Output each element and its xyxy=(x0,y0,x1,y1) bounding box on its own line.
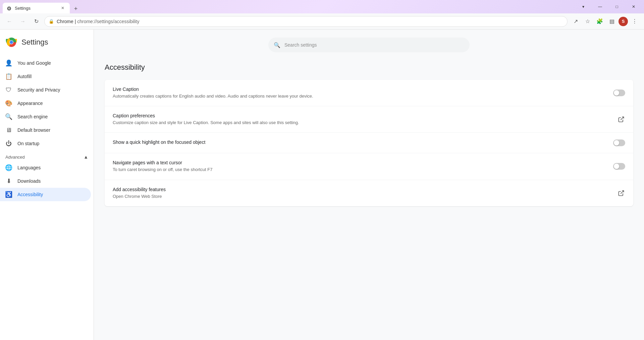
svg-line-9 xyxy=(621,117,624,120)
address-domain: Chrome xyxy=(57,19,73,24)
page-title: Accessibility xyxy=(105,63,633,72)
active-tab[interactable]: ⚙ Settings ✕ xyxy=(3,3,70,13)
tab-list-button[interactable]: ▾ xyxy=(576,1,591,12)
sidebar-label-downloads: Downloads xyxy=(17,178,41,184)
nav-bar: ← → ↻ 🔒 Chrome | chrome://settings/acces… xyxy=(0,13,644,30)
sidebar-label-you-and-google: You and Google xyxy=(17,60,51,66)
sidebar: Settings 👤 You and Google 📋 Autofill 🛡 S… xyxy=(0,30,94,340)
sidebar-item-autofill[interactable]: 📋 Autofill xyxy=(0,70,91,83)
quick-highlight-toggle[interactable] xyxy=(613,139,625,146)
bookmark-button[interactable]: ☆ xyxy=(582,16,593,27)
power-icon: ⏻ xyxy=(5,140,12,147)
article-icon: 📋 xyxy=(5,73,12,80)
window-controls: ▾ — □ ✕ xyxy=(576,1,641,12)
sidebar-item-appearance[interactable]: 🎨 Appearance xyxy=(0,97,91,110)
search-bar: 🔍 xyxy=(268,38,470,52)
palette-icon: 🎨 xyxy=(5,100,12,107)
tab-strip: ⚙ Settings ✕ + xyxy=(3,0,574,13)
person-icon: 👤 xyxy=(5,60,12,66)
advanced-toggle-button[interactable]: ▲ xyxy=(84,154,88,160)
forward-button[interactable]: → xyxy=(17,16,28,27)
quick-highlight-info: Show a quick highlight on the focused ob… xyxy=(113,139,605,146)
title-bar: ⚙ Settings ✕ + ▾ — □ ✕ xyxy=(0,0,644,13)
download-icon: ⬇ xyxy=(5,178,12,184)
caption-preferences-info: Caption preferences Customize caption si… xyxy=(113,113,605,126)
sidebar-item-default-browser[interactable]: 🖥 Default browser xyxy=(0,123,91,137)
accessibility-icon: ♿ xyxy=(5,191,12,198)
sidebar-item-languages[interactable]: 🌐 Languages xyxy=(0,161,91,174)
live-caption-info: Live Caption Automatically creates capti… xyxy=(113,87,605,99)
sidebar-button[interactable]: ▤ xyxy=(606,16,617,27)
search-input[interactable] xyxy=(284,42,464,48)
live-caption-title: Live Caption xyxy=(113,87,597,92)
add-accessibility-description: Open Chrome Web Store xyxy=(113,193,597,200)
add-accessibility-link-icon[interactable] xyxy=(617,189,625,197)
sidebar-navigation: 👤 You and Google 📋 Autofill 🛡 Security a… xyxy=(0,54,94,204)
add-accessibility-info: Add accessibility features Open Chrome W… xyxy=(113,187,605,200)
quick-highlight-control xyxy=(605,139,625,146)
sidebar-label-appearance: Appearance xyxy=(17,101,43,106)
sidebar-label-languages: Languages xyxy=(17,165,41,170)
settings-title: Settings xyxy=(21,38,48,47)
reload-button[interactable]: ↻ xyxy=(31,16,42,27)
sidebar-item-security-privacy[interactable]: 🛡 Security and Privacy xyxy=(0,83,91,97)
address-text: Chrome | chrome://settings/accessibility xyxy=(57,19,563,24)
nav-actions: ↗ ☆ 🧩 ▤ S ⋮ xyxy=(570,16,640,27)
sidebar-label-autofill: Autofill xyxy=(17,74,32,79)
live-caption-toggle[interactable] xyxy=(613,90,625,96)
text-cursor-toggle[interactable] xyxy=(613,163,625,170)
caption-preferences-title: Caption preferences xyxy=(113,113,597,118)
computer-icon: 🖥 xyxy=(5,127,12,133)
add-accessibility-row: Add accessibility features Open Chrome W… xyxy=(105,180,633,206)
text-cursor-info: Navigate pages with a text cursor To tur… xyxy=(113,160,605,173)
new-tab-button[interactable]: + xyxy=(71,4,80,13)
close-button[interactable]: ✕ xyxy=(626,1,641,12)
search-icon: 🔍 xyxy=(274,42,280,48)
quick-highlight-title: Show a quick highlight on the focused ob… xyxy=(113,139,597,145)
live-caption-description: Automatically creates captions for Engli… xyxy=(113,93,597,99)
accessibility-settings-card: Live Caption Automatically creates capti… xyxy=(105,80,633,206)
advanced-section-header: Advanced ▲ xyxy=(0,150,94,161)
search-container: 🔍 xyxy=(105,38,633,52)
sidebar-item-you-and-google[interactable]: 👤 You and Google xyxy=(0,56,91,70)
tab-favicon-icon: ⚙ xyxy=(7,5,12,11)
svg-point-8 xyxy=(10,41,13,44)
sidebar-item-downloads[interactable]: ⬇ Downloads xyxy=(0,174,91,188)
menu-button[interactable]: ⋮ xyxy=(629,16,640,27)
live-caption-row: Live Caption Automatically creates capti… xyxy=(105,80,633,106)
sidebar-header: Settings xyxy=(0,30,94,54)
restore-button[interactable]: □ xyxy=(609,1,625,12)
text-cursor-row: Navigate pages with a text cursor To tur… xyxy=(105,153,633,180)
sidebar-label-security-privacy: Security and Privacy xyxy=(17,87,60,93)
tab-close-button[interactable]: ✕ xyxy=(60,5,66,11)
sidebar-label-on-startup: On startup xyxy=(17,141,39,146)
search-nav-icon: 🔍 xyxy=(5,113,12,120)
sidebar-item-accessibility[interactable]: ♿ Accessibility xyxy=(0,188,91,201)
content-area: 🔍 Accessibility Live Caption Automatical… xyxy=(94,30,644,340)
profile-avatar[interactable]: S xyxy=(619,17,628,26)
security-icon: 🛡 xyxy=(5,87,12,93)
sidebar-label-default-browser: Default browser xyxy=(17,127,50,133)
text-cursor-description: To turn caret browsing on or off, use th… xyxy=(113,167,597,173)
back-button[interactable]: ← xyxy=(4,16,15,27)
address-separator: | xyxy=(73,19,77,24)
lock-icon: 🔒 xyxy=(49,19,54,24)
address-bar[interactable]: 🔒 Chrome | chrome://settings/accessibili… xyxy=(44,16,568,27)
caption-preferences-control xyxy=(605,115,625,123)
browser-frame: ⚙ Settings ✕ + ▾ — □ ✕ ← → ↻ 🔒 Chrome | … xyxy=(0,0,644,340)
quick-highlight-row: Show a quick highlight on the focused ob… xyxy=(105,133,633,153)
extension-button[interactable]: 🧩 xyxy=(594,16,605,27)
text-cursor-title: Navigate pages with a text cursor xyxy=(113,160,597,165)
minimize-button[interactable]: — xyxy=(592,1,608,12)
share-button[interactable]: ↗ xyxy=(570,16,581,27)
sidebar-item-on-startup[interactable]: ⏻ On startup xyxy=(0,137,91,150)
sidebar-item-search-engine[interactable]: 🔍 Search engine xyxy=(0,110,91,123)
advanced-label: Advanced xyxy=(5,155,25,160)
text-cursor-control xyxy=(605,163,625,170)
caption-preferences-row: Caption preferences Customize caption si… xyxy=(105,106,633,133)
caption-preferences-description: Customize caption size and style for Liv… xyxy=(113,120,597,126)
chrome-logo-icon xyxy=(5,36,17,48)
caption-preferences-link-icon[interactable] xyxy=(617,115,625,123)
add-accessibility-control xyxy=(605,189,625,197)
live-caption-control xyxy=(605,90,625,96)
